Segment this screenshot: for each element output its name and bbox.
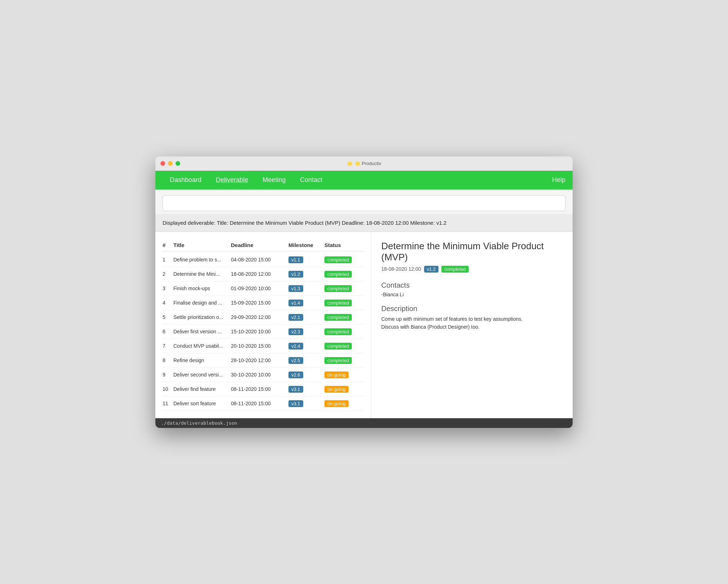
milestone-badge: v2.1 bbox=[288, 314, 303, 321]
row-title: Refine design bbox=[173, 357, 231, 363]
detail-description: Come up with minimum set of features to … bbox=[381, 315, 563, 331]
row-milestone: v2.3 bbox=[288, 328, 324, 335]
row-status: completed bbox=[324, 271, 360, 278]
milestone-badge: v2.6 bbox=[288, 371, 303, 378]
app-window: 🌟 🌟 Productiv Dashboard Deliverable Meet… bbox=[155, 156, 573, 428]
row-title: Settle prioritization o... bbox=[173, 314, 231, 320]
table-row[interactable]: 9 Deliver second versi... 30-10-2020 10:… bbox=[163, 368, 364, 382]
row-num: 10 bbox=[163, 386, 173, 392]
window-title: 🌟 🌟 Productiv bbox=[347, 161, 381, 166]
table-row[interactable]: 3 Finish mock-ups 01-09-2020 10:00 v1.3 … bbox=[163, 282, 364, 296]
row-deadline: 28-10-2020 12:00 bbox=[231, 357, 288, 363]
statusbar-text: ./data/deliverablebook.json bbox=[161, 420, 237, 426]
status-badge: completed bbox=[324, 256, 352, 263]
milestone-badge: v1.3 bbox=[288, 285, 303, 292]
title-text: 🌟 Productiv bbox=[355, 161, 381, 166]
row-title: Deliver sort feature bbox=[173, 401, 231, 406]
table-row[interactable]: 8 Refine design 28-10-2020 12:00 v2.5 co… bbox=[163, 353, 364, 368]
status-badge: completed bbox=[324, 271, 352, 278]
milestone-badge: v3.1 bbox=[288, 386, 303, 393]
table-row[interactable]: 2 Determine the Mini... 18-08-2020 12:00… bbox=[163, 267, 364, 282]
row-status: completed bbox=[324, 343, 360, 350]
table-row[interactable]: 4 Finalise design and ... 15-09-2020 15:… bbox=[163, 296, 364, 310]
row-milestone: v2.5 bbox=[288, 357, 324, 364]
row-title: Deliver second versi... bbox=[173, 372, 231, 378]
milestone-badge: v2.5 bbox=[288, 357, 303, 364]
maximize-button[interactable] bbox=[176, 161, 180, 166]
status-badge: completed bbox=[324, 328, 352, 335]
row-title: Conduct MVP usabil... bbox=[173, 343, 231, 349]
milestone-badge: v1.2 bbox=[288, 271, 303, 278]
row-deadline: 15-09-2020 15:00 bbox=[231, 300, 288, 306]
row-status: completed bbox=[324, 256, 360, 263]
detail-title: Determine the Minimum Viable Product (MV… bbox=[381, 241, 563, 263]
row-deadline: 04-08-2020 15:00 bbox=[231, 257, 288, 263]
main-content: # Title Deadline Milestone Status 1 Defi… bbox=[155, 232, 573, 418]
status-badge: completed bbox=[324, 343, 352, 350]
row-num: 2 bbox=[163, 271, 173, 277]
row-status: completed bbox=[324, 328, 360, 335]
detail-contact: -Bianca Li bbox=[381, 292, 563, 297]
col-header-title: Title bbox=[173, 242, 231, 248]
status-badge: completed bbox=[324, 300, 352, 306]
navbar: Dashboard Deliverable Meeting Contact He… bbox=[155, 171, 573, 190]
nav-deliverable[interactable]: Deliverable bbox=[209, 173, 255, 187]
row-milestone: v2.4 bbox=[288, 343, 324, 350]
status-badge: on-going bbox=[324, 400, 349, 407]
row-title: Finish mock-ups bbox=[173, 286, 231, 291]
detail-status-badge: completed bbox=[441, 266, 469, 273]
row-num: 7 bbox=[163, 343, 173, 349]
col-header-milestone: Milestone bbox=[288, 242, 324, 248]
row-status: completed bbox=[324, 300, 360, 306]
table-row[interactable]: 11 Deliver sort feature 08-11-2020 15:00… bbox=[163, 397, 364, 411]
row-status: on-going bbox=[324, 386, 360, 393]
status-badge: completed bbox=[324, 314, 352, 321]
search-input[interactable] bbox=[163, 195, 565, 211]
displayed-deliverable-info: Displayed deliverable: Title: Determine … bbox=[155, 214, 573, 232]
table-rows: 1 Define problem to s... 04-08-2020 15:0… bbox=[163, 253, 364, 411]
row-status: on-going bbox=[324, 400, 360, 407]
titlebar: 🌟 🌟 Productiv bbox=[155, 156, 573, 171]
row-num: 3 bbox=[163, 286, 173, 291]
row-status: completed bbox=[324, 357, 360, 364]
row-deadline: 18-08-2020 12:00 bbox=[231, 271, 288, 277]
statusbar: ./data/deliverablebook.json bbox=[155, 418, 573, 428]
detail-panel: Determine the Minimum Viable Product (MV… bbox=[371, 232, 573, 418]
table-row[interactable]: 1 Define problem to s... 04-08-2020 15:0… bbox=[163, 253, 364, 267]
nav-contact[interactable]: Contact bbox=[293, 173, 329, 187]
nav-meeting[interactable]: Meeting bbox=[255, 173, 293, 187]
minimize-button[interactable] bbox=[168, 161, 173, 166]
deliverable-table: # Title Deadline Milestone Status 1 Defi… bbox=[155, 232, 371, 418]
milestone-badge: v2.3 bbox=[288, 328, 303, 335]
row-status: completed bbox=[324, 285, 360, 292]
contacts-heading: Contacts bbox=[381, 281, 563, 289]
title-icon: 🌟 bbox=[347, 161, 352, 166]
description-heading: Description bbox=[381, 305, 563, 313]
row-milestone: v1.3 bbox=[288, 285, 324, 292]
search-container bbox=[155, 190, 573, 214]
row-milestone: v3.1 bbox=[288, 400, 324, 407]
row-title: Finalise design and ... bbox=[173, 300, 231, 306]
row-deadline: 30-10-2020 10:00 bbox=[231, 372, 288, 378]
detail-milestone-badge: v1.2 bbox=[424, 266, 439, 273]
table-header: # Title Deadline Milestone Status bbox=[163, 239, 364, 251]
nav-dashboard[interactable]: Dashboard bbox=[163, 173, 209, 187]
table-row[interactable]: 5 Settle prioritization o... 29-09-2020 … bbox=[163, 310, 364, 325]
nav-help[interactable]: Help bbox=[552, 176, 565, 184]
table-row[interactable]: 7 Conduct MVP usabil... 20-10-2020 15:00… bbox=[163, 339, 364, 353]
row-num: 5 bbox=[163, 314, 173, 320]
row-deadline: 01-09-2020 10:00 bbox=[231, 286, 288, 291]
row-num: 11 bbox=[163, 401, 173, 406]
row-milestone: v3.1 bbox=[288, 386, 324, 393]
table-row[interactable]: 10 Deliver find feature 08-11-2020 15:00… bbox=[163, 382, 364, 397]
row-deadline: 29-09-2020 12:00 bbox=[231, 314, 288, 320]
row-milestone: v1.4 bbox=[288, 300, 324, 306]
row-num: 9 bbox=[163, 372, 173, 378]
status-badge: completed bbox=[324, 285, 352, 292]
row-milestone: v1.2 bbox=[288, 271, 324, 278]
close-button[interactable] bbox=[160, 161, 165, 166]
row-deadline: 15-10-2020 10:00 bbox=[231, 329, 288, 334]
row-milestone: v1.1 bbox=[288, 256, 324, 263]
status-badge: on-going bbox=[324, 386, 349, 393]
table-row[interactable]: 6 Deliver first version ... 15-10-2020 1… bbox=[163, 325, 364, 339]
